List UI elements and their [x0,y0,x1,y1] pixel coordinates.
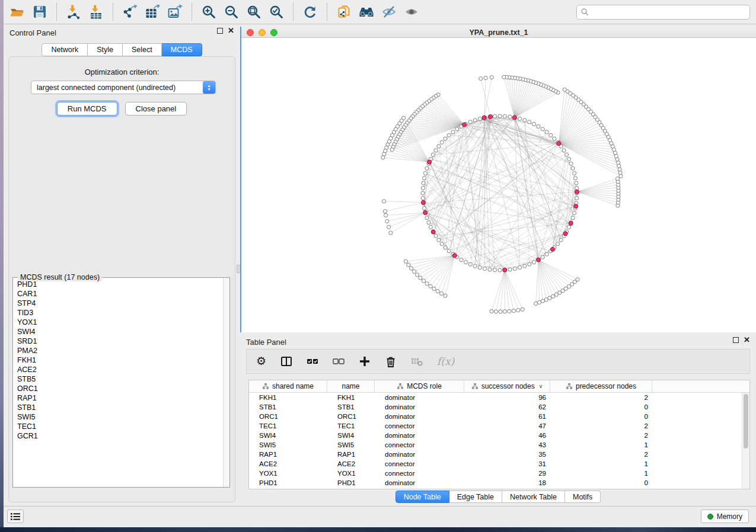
mcds-result-item[interactable]: STB1 [14,403,222,412]
import-network-icon [66,4,81,20]
table-scrollbar[interactable] [742,393,749,489]
column-header-shared_name[interactable]: shared name [249,380,327,392]
search-network-button[interactable] [355,2,378,22]
cell-successors: 29 [464,470,550,477]
column-header-predecessors[interactable]: predecessor nodes [550,380,652,392]
mcds-result-item[interactable]: YOX1 [14,318,222,327]
deselect-all-button[interactable] [333,355,344,367]
mcds-result-item[interactable]: RAP1 [14,393,222,403]
add-column-button[interactable] [359,355,371,367]
column-header-successors[interactable]: successor nodes∨ [464,380,550,392]
memory-button[interactable]: Memory [701,509,749,523]
mcds-result-item[interactable]: FKH1 [14,355,222,365]
import-network-button[interactable] [62,2,85,22]
zoom-out-button[interactable] [220,2,243,22]
network-canvas[interactable] [241,38,756,332]
export-image-button[interactable] [164,2,186,22]
float-icon[interactable] [217,28,223,34]
tab-mcds[interactable]: MCDS [162,43,202,56]
network-graph [241,38,756,332]
zoom-selected-button[interactable] [265,2,288,22]
search-box[interactable] [576,5,750,20]
table-row[interactable]: PHD1PHD1dominator180 [249,478,742,488]
add-column-icon [359,355,371,367]
close-icon[interactable]: ✕ [744,337,750,343]
tab-select[interactable]: Select [123,43,162,56]
export-table-button[interactable] [141,2,164,22]
hide-panels-button[interactable] [378,2,400,22]
close-panel-button[interactable]: Close panel [125,102,187,116]
tab-motifs[interactable]: Motifs [565,491,601,503]
refresh-button[interactable] [299,2,321,22]
table-row[interactable]: YOX1YOX1connector291 [249,469,742,478]
mcds-result-item[interactable]: SWI4 [14,327,222,336]
column-header-name[interactable]: name [327,380,375,392]
import-table-button[interactable] [85,2,107,22]
tab-network[interactable]: Network [42,43,88,56]
clone-network-icon [336,4,352,20]
export-network-button[interactable] [119,2,141,22]
mcds-list-scrollbar[interactable] [223,278,229,487]
search-input[interactable] [592,8,746,17]
delete-column-button[interactable] [385,355,397,367]
refresh-icon [302,4,318,20]
column-header-role[interactable]: MCDS role [375,380,464,392]
cell-shared_name: SWI4 [249,432,327,439]
tab-network-table[interactable]: Network Table [502,491,565,503]
cell-role: dominator [375,403,464,411]
mcds-result-item[interactable]: SRD1 [14,336,222,346]
table-row[interactable]: ORC1ORC1dominator610 [249,412,742,421]
column-label: name [342,382,359,390]
mcds-result-item[interactable]: STB5 [14,374,222,384]
mcds-result-item[interactable]: PMA2 [14,346,222,355]
mcds-result-item[interactable]: TEC1 [14,422,222,431]
mcds-result-item[interactable]: PHD1 [14,280,222,289]
select-all-button[interactable] [307,355,318,367]
mcds-result-item[interactable]: SWI5 [14,412,222,422]
cell-successors: 62 [464,403,550,411]
tab-style[interactable]: Style [88,43,123,56]
mcds-result-item[interactable]: STP4 [14,299,222,308]
cell-name: ORC1 [327,413,375,420]
table-row[interactable]: FKH1FKH1dominator962 [249,393,742,402]
clone-network-button[interactable] [333,2,355,22]
mcds-result-item[interactable]: ACE2 [14,365,222,374]
optimization-criterion-select[interactable]: largest connected component (undirected)… [31,81,216,94]
run-mcds-button[interactable]: Run MCDS [57,102,117,116]
close-icon[interactable]: ✕ [228,28,234,34]
task-history-button[interactable] [7,509,24,523]
float-icon[interactable] [733,337,739,343]
table-row[interactable]: TEC1TEC1connector472 [249,421,742,431]
table-body: FKH1FKH1dominator962STB1STB1dominator620… [249,393,742,489]
mcds-result-groupbox: MCDS result (17 nodes) PHD1CAR1STP4TID3Y… [12,277,230,488]
cell-predecessors: 2 [550,394,652,401]
open-folder-button[interactable] [6,2,28,22]
table-row[interactable]: STB1STB1dominator620 [249,402,742,412]
show-panels-button[interactable] [400,2,423,22]
zoom-in-button[interactable] [197,2,220,22]
gear-icon: ⚙ [256,355,266,367]
mcds-result-item[interactable]: GCR1 [14,431,222,441]
delete-table-button[interactable] [411,355,423,367]
mcds-result-item[interactable]: TID3 [14,308,222,318]
tab-edge-table[interactable]: Edge Table [449,491,502,503]
save-button[interactable] [28,2,51,22]
cell-predecessors: 0 [550,413,652,420]
zoom-fit-button[interactable] [243,2,265,22]
table-row[interactable]: SWI5SWI5connector431 [249,440,742,450]
mcds-result-list[interactable]: PHD1CAR1STP4TID3YOX1SWI4SRD1PMA2FKH1ACE2… [14,280,222,486]
function-button[interactable]: f(x) [437,355,454,367]
gear-button[interactable]: ⚙ [256,355,266,367]
shared-column-icon [397,383,404,390]
tab-node-table[interactable]: Node Table [395,491,449,503]
network-window-titlebar[interactable]: YPA_prune.txt_1 [241,27,756,38]
control-panel-tabs: NetworkStyleSelectMCDS [4,43,240,56]
application-window: Control Panel ✕ NetworkStyleSelectMCDS O… [4,0,756,527]
table-row[interactable]: ACE2ACE2connector311 [249,459,742,469]
table-row[interactable]: RAP1RAP1dominator352 [249,450,742,459]
cell-name: ACE2 [327,460,375,467]
table-row[interactable]: SWI4SWI4dominator462 [249,431,742,440]
columns-button[interactable] [280,355,292,367]
mcds-result-item[interactable]: ORC1 [14,384,222,393]
mcds-result-item[interactable]: CAR1 [14,289,222,299]
